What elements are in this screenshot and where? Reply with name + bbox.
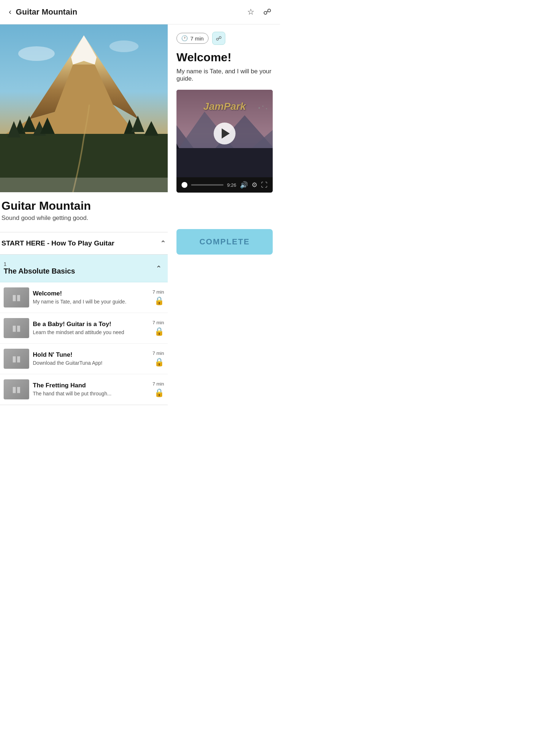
settings-icon[interactable]: ⚙ — [252, 181, 257, 189]
welcome-desc: My name is Tate, and I will be your guid… — [176, 68, 273, 82]
svg-point-28 — [262, 106, 264, 107]
module-chevron-icon: ⌃ — [156, 264, 162, 273]
lesson-item[interactable]: ▮▮ Welcome! My name is Tate, and I will … — [0, 282, 168, 313]
lesson-duration-1: 7 min — [152, 289, 164, 295]
lesson-duration-2: 7 min — [152, 320, 164, 325]
play-icon — [222, 128, 230, 139]
lesson-meta-1: 7 min 🔒 — [146, 289, 164, 306]
lesson-item[interactable]: ▮▮ Hold N' Tune! Download the GuitarTuna… — [0, 344, 168, 374]
lock-icon-3: 🔒 — [154, 357, 164, 367]
welcome-title: Welcome! — [176, 51, 273, 64]
video-controls: 9:26 🔊 ⚙ ⛶ — [176, 177, 273, 193]
lock-icon-1: 🔒 — [154, 296, 164, 306]
section-header-title: START HERE - How To Play Guitar — [1, 239, 114, 247]
video-preview: JamPark — [176, 90, 273, 177]
svg-rect-15 — [0, 178, 168, 192]
hero-image — [0, 24, 168, 192]
lesson-title-4: The Fretting Hand — [33, 382, 142, 389]
content-layout: Guitar Mountain Sound good while getting… — [0, 24, 280, 405]
clock-icon: 🕐 — [181, 35, 188, 42]
bookmark-button[interactable]: ☆ — [246, 6, 256, 18]
lesson-duration-3: 7 min — [152, 351, 164, 356]
lesson-info-2: Be a Baby! Guitar is a Toy! Learn the mi… — [29, 321, 146, 336]
lesson-info-3: Hold N' Tune! Download the GuitarTuna Ap… — [29, 351, 146, 366]
link-icon: ☍ — [216, 35, 222, 42]
fullscreen-icon[interactable]: ⛶ — [261, 181, 268, 189]
svg-point-27 — [258, 107, 260, 109]
section-header[interactable]: START HERE - How To Play Guitar ⌃ — [0, 232, 168, 255]
header-title: Guitar Mountain — [16, 7, 77, 17]
lesson-meta-3: 7 min 🔒 — [146, 351, 164, 367]
lesson-thumbnail-1: ▮▮ — [4, 287, 29, 307]
video-thumb-icon-2: ▮▮ — [12, 324, 21, 333]
video-thumb-icon-4: ▮▮ — [12, 385, 21, 394]
share-icon: ☍ — [263, 7, 271, 16]
lesson-desc-3: Download the GuitarTuna App! — [33, 360, 142, 366]
svg-point-29 — [266, 108, 267, 109]
svg-rect-21 — [176, 148, 273, 177]
lesson-thumbnail-2: ▮▮ — [4, 318, 29, 338]
link-badge[interactable]: ☍ — [212, 32, 225, 45]
video-thumb-icon: ▮▮ — [12, 293, 21, 302]
lesson-title-3: Hold N' Tune! — [33, 351, 142, 359]
lesson-desc-1: My name is Tate, and I will be your guid… — [33, 298, 142, 305]
header-icons: ☆ ☍ — [246, 6, 273, 18]
lesson-thumbnail-3: ▮▮ — [4, 349, 29, 369]
meta-row: 🕐 7 min ☍ — [176, 32, 273, 45]
bookmark-icon: ☆ — [247, 7, 254, 16]
share-button[interactable]: ☍ — [262, 6, 273, 18]
lesson-desc-4: The hand that will be put through... — [33, 390, 142, 397]
progress-bar[interactable] — [191, 184, 223, 186]
lesson-title-1: Welcome! — [33, 290, 142, 297]
complete-button[interactable]: COMPLETE — [176, 229, 273, 255]
left-column: Guitar Mountain Sound good while getting… — [0, 24, 168, 405]
lesson-desc-2: Learn the mindset and attitude you need — [33, 329, 142, 336]
video-logo: JamPark — [203, 101, 246, 112]
section-chevron-icon: ⌃ — [160, 239, 166, 248]
time-label: 7 min — [190, 35, 204, 42]
lesson-meta-2: 7 min 🔒 — [146, 320, 164, 336]
module-title: The Absolute Basics — [4, 267, 75, 275]
lock-icon-2: 🔒 — [154, 327, 164, 336]
svg-point-13 — [18, 46, 55, 61]
lock-icon-4: 🔒 — [154, 388, 164, 398]
lesson-info-1: Welcome! My name is Tate, and I will be … — [29, 290, 146, 305]
back-button[interactable]: ‹ — [7, 6, 13, 18]
video-duration: 9:26 — [227, 182, 236, 188]
lesson-item[interactable]: ▮▮ The Fretting Hand The hand that will … — [0, 374, 168, 405]
module-left: 1 The Absolute Basics — [4, 261, 75, 275]
back-icon: ‹ — [9, 7, 11, 16]
header: ‹ Guitar Mountain ☆ ☍ — [0, 0, 280, 24]
right-column: 🕐 7 min ☍ Welcome! My name is Tate, and … — [168, 24, 280, 405]
progress-dot[interactable] — [182, 182, 187, 188]
header-left: ‹ Guitar Mountain — [7, 6, 77, 18]
course-title-section: Guitar Mountain Sound good while getting… — [0, 192, 168, 225]
video-thumb-icon-3: ▮▮ — [12, 354, 21, 364]
module-number: 1 — [4, 261, 75, 267]
module-1[interactable]: 1 The Absolute Basics ⌃ — [0, 255, 168, 282]
lesson-meta-4: 7 min 🔒 — [146, 381, 164, 398]
lesson-list: ▮▮ Welcome! My name is Tate, and I will … — [0, 282, 168, 405]
lesson-thumbnail-4: ▮▮ — [4, 379, 29, 399]
play-button[interactable] — [214, 123, 236, 144]
lesson-item[interactable]: ▮▮ Be a Baby! Guitar is a Toy! Learn the… — [0, 313, 168, 344]
lesson-title-2: Be a Baby! Guitar is a Toy! — [33, 321, 142, 328]
course-subtitle: Sound good while getting good. — [1, 214, 162, 222]
time-badge: 🕐 7 min — [176, 33, 209, 44]
lesson-duration-4: 7 min — [152, 381, 164, 387]
lesson-info-4: The Fretting Hand The hand that will be … — [29, 382, 146, 397]
svg-point-14 — [109, 40, 139, 52]
section-accordion: START HERE - How To Play Guitar ⌃ 1 The … — [0, 232, 168, 405]
volume-icon[interactable]: 🔊 — [240, 181, 248, 189]
course-main-title: Guitar Mountain — [1, 200, 162, 212]
video-player: JamPark 9:26 🔊 ⚙ ⛶ — [176, 90, 273, 193]
